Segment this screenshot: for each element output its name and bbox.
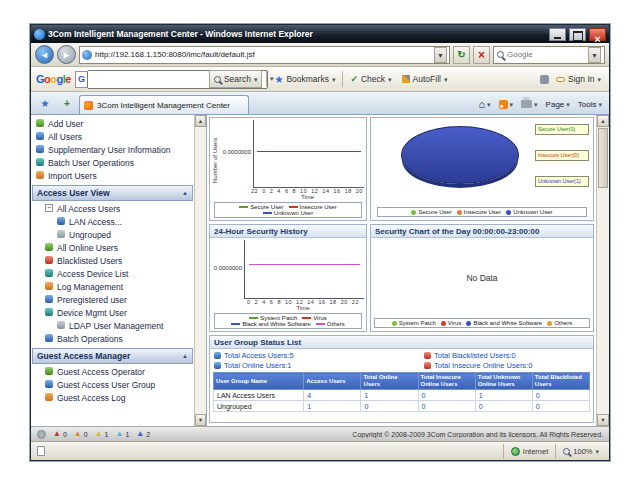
url-box[interactable] — [79, 46, 450, 64]
search-dropdown-button[interactable] — [588, 47, 601, 63]
security-zone-indicator[interactable]: Internet — [503, 444, 555, 459]
bookmarks-button[interactable]: ★ Bookmarks — [271, 74, 338, 85]
autofill-button[interactable]: AutoFill — [399, 74, 451, 84]
close-button[interactable] — [589, 28, 606, 41]
sidebar-item-add-user[interactable]: Add User — [31, 117, 194, 130]
google-search-button[interactable]: Search — [209, 70, 262, 88]
total-online-users[interactable]: Total Online Users:1 — [214, 361, 424, 370]
collapse-icon[interactable] — [182, 190, 188, 196]
sidebar-item-ungrouped[interactable]: Ungrouped — [31, 228, 194, 241]
bookmark-star-icon: ★ — [274, 74, 283, 85]
scroll-down-icon[interactable] — [597, 414, 609, 426]
search-input[interactable] — [507, 50, 585, 59]
sidebar-item-batch-user-operations[interactable]: Batch User Operations — [31, 156, 194, 169]
sidebar-item-blacklisted-users[interactable]: Blacklisted Users — [31, 254, 194, 267]
sidebar-item-device-mgmt-user[interactable]: Device Mgmt User — [31, 306, 194, 319]
major-alarm-count[interactable]: ▲0 — [74, 430, 88, 438]
value-cell[interactable]: 1 — [475, 390, 532, 401]
favorites-button[interactable]: ★ — [35, 95, 55, 113]
sidebar-item-batch-operations[interactable]: Batch Operations — [31, 332, 194, 345]
feeds-button[interactable] — [496, 95, 517, 113]
minimize-button[interactable] — [549, 28, 566, 41]
url-dropdown-button[interactable] — [434, 47, 447, 63]
column-header[interactable]: User Group Name — [214, 373, 304, 390]
scroll-thumb[interactable] — [598, 128, 608, 188]
main-scroll-track[interactable] — [597, 189, 609, 414]
alarm-browser-icon[interactable] — [37, 430, 46, 439]
print-button[interactable] — [518, 95, 541, 113]
home-icon — [478, 98, 485, 110]
sidebar-item-all-online-users[interactable]: All Online Users — [31, 241, 194, 254]
toolbar-settings-icon[interactable] — [540, 75, 549, 84]
main-scrollbar[interactable] — [596, 115, 609, 426]
sidebar-item-all-access-users[interactable]: All Access Users — [31, 202, 194, 215]
column-header[interactable]: Total Blacklisted Users — [532, 373, 589, 390]
sidebar-item-lan-access[interactable]: LAN Access... — [31, 215, 194, 228]
group-name-cell[interactable]: Ungrouped — [214, 401, 304, 412]
scroll-down-icon[interactable] — [195, 414, 206, 426]
back-button[interactable] — [35, 45, 54, 64]
stop-button[interactable] — [473, 46, 490, 64]
value-cell[interactable]: 1 — [304, 401, 361, 412]
check-button[interactable]: ✓ Check — [347, 74, 394, 84]
value-cell[interactable]: 0 — [532, 401, 589, 412]
value-cell[interactable]: 0 — [532, 390, 589, 401]
sidebar-item-supplementary-user-information[interactable]: Supplementary User Information — [31, 143, 194, 156]
value-cell[interactable]: 0 — [418, 401, 475, 412]
value-cell[interactable]: 0 — [475, 401, 532, 412]
value-cell[interactable]: 0 — [361, 401, 418, 412]
browser-search-box[interactable] — [493, 46, 605, 64]
tools-menu-button[interactable]: Tools — [575, 95, 605, 113]
sidebar-item-access-device-list[interactable]: Access Device List — [31, 267, 194, 280]
column-header[interactable]: Total Insecure Online Users — [418, 373, 475, 390]
scroll-up-icon[interactable] — [195, 115, 206, 127]
log-icon — [45, 282, 53, 290]
legend-item: Secure User — [411, 209, 451, 215]
value-cell[interactable]: 4 — [304, 390, 361, 401]
total-insecure-online-users[interactable]: Total Insecure Online Users:0 — [424, 361, 589, 370]
sidebar-item-ldap-user-management[interactable]: LDAP User Management — [31, 319, 194, 332]
legend-swatch — [231, 323, 240, 325]
total-blacklisted-users[interactable]: Total Blacklisted Users:0 — [424, 351, 589, 360]
refresh-button[interactable] — [453, 46, 470, 64]
google-search-box[interactable]: G — [75, 71, 205, 88]
section-header-access-user-view[interactable]: Access User View — [32, 185, 193, 201]
column-header[interactable]: Total Online Users — [361, 373, 418, 390]
sidebar-scroll-track[interactable] — [195, 127, 206, 414]
info-alarm-count[interactable]: ▲2 — [136, 430, 150, 438]
sign-in-button[interactable]: Sign In — [553, 74, 604, 84]
minor-alarm-count[interactable]: ▲1 — [95, 430, 109, 438]
critical-alarm-count[interactable]: ▲0 — [53, 430, 67, 438]
sidebar-item-guest-access-operator[interactable]: Guest Access Operator — [31, 365, 194, 378]
tree-expand-icon[interactable] — [45, 204, 53, 212]
add-favorite-button[interactable]: + — [57, 95, 77, 113]
forward-button[interactable] — [57, 45, 76, 64]
url-input[interactable] — [95, 50, 431, 59]
sidebar-item-guest-access-user-group[interactable]: Guest Access User Group — [31, 378, 194, 391]
sidebar-item-all-users[interactable]: All Users — [31, 130, 194, 143]
sidebar-item-log-management[interactable]: Log Management — [31, 280, 194, 293]
collapse-icon[interactable] — [182, 353, 188, 359]
maximize-button[interactable] — [569, 28, 586, 41]
security-history-panel: 24-Hour Security History 0.0000000 0 2 4… — [209, 224, 367, 332]
column-header[interactable]: Total Unknown Online Users — [475, 373, 532, 390]
sidebar-item-import-users[interactable]: Import Users — [31, 169, 194, 182]
home-button[interactable] — [475, 95, 493, 113]
total-access-users[interactable]: Total Access Users:5 — [214, 351, 424, 360]
sidebar-item-guest-access-log[interactable]: Guest Access Log — [31, 391, 194, 404]
column-header[interactable]: Access Users — [304, 373, 361, 390]
group-name-cell[interactable]: LAN Access Users — [214, 390, 304, 401]
sidebar-item-preregistered-user[interactable]: Preregistered user — [31, 293, 194, 306]
sidebar-scrollbar[interactable] — [194, 115, 206, 426]
legend-item: Black and White Software — [466, 320, 542, 326]
search-icon — [497, 51, 504, 58]
zoom-control[interactable]: 100% — [555, 444, 606, 459]
warning-alarm-count[interactable]: ▲1 — [115, 430, 129, 438]
value-cell[interactable]: 0 — [418, 390, 475, 401]
table-row: LAN Access Users 4 1 0 1 0 — [214, 390, 590, 401]
section-header-guest-access-manager[interactable]: Guest Access Manager — [32, 348, 193, 364]
scroll-up-icon[interactable] — [597, 115, 609, 127]
value-cell[interactable]: 1 — [361, 390, 418, 401]
tab-3com-imc[interactable]: 3Com Intelligent Management Center — [79, 95, 249, 114]
page-menu-button[interactable]: Page — [543, 95, 573, 113]
